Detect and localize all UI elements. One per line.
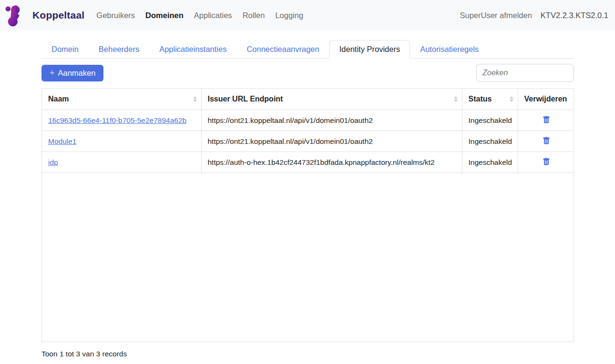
delete-cell — [518, 110, 574, 131]
idp-name-link[interactable]: 16c963d5-66e4-11f0-b705-5e2e7894a62b — [48, 116, 186, 124]
version-label: KTV2.2.3.KTS2.0.1 — [541, 11, 608, 20]
nav-item-logging[interactable]: Logging — [270, 11, 308, 20]
table-header-row: Naam Issuer URL Endpoint Status Verwijde… — [42, 89, 574, 110]
create-button[interactable]: + Aanmaken — [41, 65, 103, 81]
tab-bar: Domein Beheerders Applicatieinstanties C… — [41, 40, 574, 59]
nav-item-applicaties[interactable]: Applicaties — [189, 11, 237, 20]
main-nav: Gebruikers Domeinen Applicaties Rollen L… — [91, 11, 308, 20]
nav-item-domeinen[interactable]: Domeinen — [140, 11, 189, 20]
tab-identity-providers[interactable]: Identity Providers — [329, 40, 410, 59]
table-body: 16c963d5-66e4-11f0-b705-5e2e7894a62b htt… — [42, 110, 574, 173]
column-label: Issuer URL Endpoint — [208, 95, 283, 103]
sort-icon — [454, 96, 458, 102]
issuer-url-cell: https://ont21.koppeltaal.nl/api/v1/domei… — [201, 131, 462, 152]
navbar-right: SuperUser afmelden KTV2.2.3.KTS2.0.1 — [460, 11, 609, 20]
nav-item-gebruikers[interactable]: Gebruikers — [91, 11, 140, 20]
koppeltaal-logo-icon — [5, 3, 29, 27]
toolbar: + Aanmaken — [41, 64, 574, 82]
table-row: Module1 https://ont21.koppeltaal.nl/api/… — [42, 131, 574, 152]
column-header-issuer-url[interactable]: Issuer URL Endpoint — [201, 89, 462, 110]
idp-name-link[interactable]: Module1 — [48, 137, 76, 145]
search-input[interactable] — [476, 64, 574, 82]
column-header-status[interactable]: Status — [462, 89, 518, 110]
issuer-url-cell: https://ont21.koppeltaal.nl/api/v1/domei… — [201, 110, 462, 131]
tab-applicatieinstanties[interactable]: Applicatieinstanties — [149, 40, 236, 59]
issuer-url-cell: https://auth-o-hex.1b42cf244732f1bdfada.… — [201, 152, 462, 173]
sort-icon — [193, 96, 197, 102]
records-summary: Toon 1 tot 3 van 3 records — [41, 350, 574, 358]
idp-table: Naam Issuer URL Endpoint Status Verwijde… — [42, 89, 574, 173]
name-cell: idp — [42, 152, 201, 173]
trash-icon — [543, 137, 550, 145]
table-container: Naam Issuer URL Endpoint Status Verwijde… — [41, 88, 574, 342]
content-container: Domein Beheerders Applicatieinstanties C… — [41, 30, 574, 358]
column-label: Verwijderen — [524, 95, 567, 103]
delete-cell — [518, 152, 574, 173]
sort-icon — [510, 96, 513, 102]
tab-autorisatieregels[interactable]: Autorisatieregels — [410, 40, 489, 59]
delete-button[interactable] — [541, 157, 552, 167]
column-label: Naam — [48, 95, 69, 103]
delete-button[interactable] — [541, 136, 552, 146]
nav-item-rollen[interactable]: Rollen — [237, 11, 270, 20]
name-cell: 16c963d5-66e4-11f0-b705-5e2e7894a62b — [42, 110, 201, 131]
status-cell: Ingeschakeld — [462, 110, 518, 131]
column-label: Status — [469, 95, 492, 103]
delete-button[interactable] — [541, 115, 552, 125]
brand-name: Koppeltaal — [32, 10, 84, 21]
plus-icon: + — [50, 69, 55, 77]
status-cell: Ingeschakeld — [462, 131, 518, 152]
table-row: 16c963d5-66e4-11f0-b705-5e2e7894a62b htt… — [42, 110, 574, 131]
tab-domein[interactable]: Domein — [41, 40, 89, 59]
top-navbar: Koppeltaal Gebruikers Domeinen Applicati… — [0, 0, 615, 30]
logout-link[interactable]: SuperUser afmelden — [460, 11, 532, 20]
column-header-naam[interactable]: Naam — [42, 89, 201, 110]
trash-icon — [543, 116, 550, 124]
idp-name-link[interactable]: idp — [48, 158, 58, 166]
name-cell: Module1 — [42, 131, 201, 152]
status-cell: Ingeschakeld — [462, 152, 518, 173]
tab-beheerders[interactable]: Beheerders — [89, 40, 149, 59]
delete-cell — [518, 131, 574, 152]
brand[interactable]: Koppeltaal — [5, 3, 84, 27]
tab-connectieaanvragen[interactable]: Connectieaanvragen — [236, 40, 329, 59]
trash-icon — [543, 158, 550, 166]
table-row: idp https://auth-o-hex.1b42cf244732f1bdf… — [42, 152, 574, 173]
create-button-label: Aanmaken — [58, 69, 96, 78]
column-header-verwijderen: Verwijderen — [518, 89, 574, 110]
